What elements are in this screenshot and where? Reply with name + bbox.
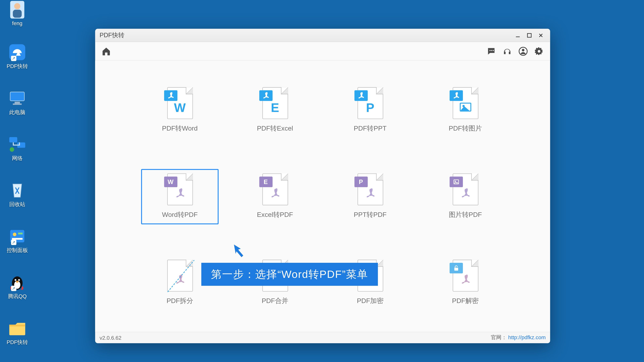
- desktop-icon-label: 腾讯QQ: [1, 293, 34, 300]
- close-button[interactable]: [535, 30, 547, 40]
- pdf-glyph-icon: [270, 188, 280, 199]
- desktop-icon-user[interactable]: feng: [1, 1, 34, 26]
- tool-label: PDF解密: [452, 297, 479, 305]
- desktop-icon-qq[interactable]: ↗ 腾讯QQ: [1, 273, 34, 300]
- content-area: WPDF转WordEPDF转ExcelPPDF转PPTPDF转图片WWord转P…: [95, 61, 550, 332]
- letter-glyph: W: [168, 101, 192, 115]
- minimize-button[interactable]: [512, 30, 524, 40]
- svg-rect-31: [454, 268, 458, 270]
- svg-point-24: [493, 50, 494, 51]
- maximize-button[interactable]: [524, 30, 535, 40]
- site-prefix: 官网：: [491, 334, 507, 341]
- desktop-icon-label: PDF快转: [1, 339, 34, 346]
- desktop-icon-network[interactable]: 网络: [1, 135, 34, 162]
- tool-image-to-pdf[interactable]: 图片转PDF: [427, 169, 504, 224]
- shortcut-badge-icon: ↗: [11, 240, 16, 245]
- this-pc-icon: [8, 89, 27, 107]
- recycle-bin-icon: [8, 181, 27, 199]
- svg-point-12: [13, 233, 16, 236]
- headphones-icon[interactable]: [502, 46, 512, 56]
- pdf-tag-icon: [164, 90, 177, 101]
- network-icon: [8, 135, 27, 153]
- tool-label: Word转PDF: [162, 211, 198, 219]
- tool-pdf-to-excel[interactable]: EPDF转Excel: [236, 83, 314, 138]
- svg-rect-13: [18, 233, 22, 234]
- shortcut-badge-icon: ↗: [11, 56, 16, 61]
- pdf-glyph-icon: [174, 274, 185, 285]
- tool-excel-to-pdf[interactable]: EExcel转PDF: [236, 169, 314, 224]
- file-icon: [452, 173, 478, 205]
- svg-rect-21: [528, 33, 531, 37]
- pdf-tag-icon: [259, 90, 272, 101]
- tool-label: PDF转Word: [162, 124, 198, 133]
- statusbar: v2.0.6.62 官网： http://pdfkz.com: [95, 332, 550, 343]
- tool-pdf-merge[interactable]: ←PDF合并: [236, 255, 314, 311]
- tool-label: PPT转PDF: [354, 211, 387, 219]
- desktop-icon-label: 控制面板: [1, 247, 34, 254]
- file-icon: E: [262, 87, 288, 119]
- tool-label: PDF加密: [357, 297, 384, 305]
- tool-pdf-split[interactable]: PDF拆分: [141, 255, 219, 311]
- tool-label: PDF合并: [262, 297, 288, 305]
- tool-grid: WPDF转WordEPDF转ExcelPPDF转PPTPDF转图片WWord转P…: [141, 83, 504, 310]
- file-icon: [452, 260, 478, 292]
- file-icon: [167, 260, 193, 292]
- shortcut-badge-icon: ↗: [11, 286, 16, 291]
- pdf-glyph-icon: [460, 188, 470, 199]
- svg-point-22: [490, 50, 490, 51]
- desktop-icon-recycle-bin[interactable]: 回收站: [1, 181, 34, 208]
- letter-glyph: P: [358, 101, 383, 115]
- pdf-glyph-icon: [365, 188, 376, 199]
- svg-point-23: [491, 50, 492, 51]
- desktop-icon-label: feng: [1, 20, 34, 26]
- desktop-icon-control-panel[interactable]: ↗ 控制面板: [1, 227, 34, 254]
- window-title: PDF快转: [100, 31, 124, 39]
- tool-pdf-to-ppt[interactable]: PPDF转PPT: [332, 83, 409, 138]
- desktop-icon-label: 网络: [1, 155, 34, 162]
- svg-rect-30: [359, 268, 363, 270]
- user-avatar-icon: [8, 1, 27, 18]
- svg-rect-14: [12, 238, 22, 240]
- app-window: PDF快转: [95, 29, 550, 343]
- file-icon: ←: [262, 260, 288, 292]
- tool-pdf-to-word[interactable]: WPDF转Word: [141, 83, 219, 138]
- titlebar[interactable]: PDF快转: [95, 29, 550, 42]
- desktop-icon-label: 此电脑: [1, 109, 34, 116]
- svg-rect-7: [13, 104, 22, 105]
- tool-pdf-to-image[interactable]: PDF转图片: [427, 83, 504, 138]
- version-label: v2.0.6.62: [100, 335, 122, 341]
- qq-penguin-icon: ↗: [8, 273, 27, 291]
- gear-icon[interactable]: [534, 46, 544, 56]
- file-icon: P: [358, 87, 383, 119]
- pdf-glyph-icon: [270, 274, 280, 285]
- svg-rect-8: [9, 137, 17, 142]
- svg-point-26: [522, 49, 524, 51]
- tool-label: PDF转Excel: [257, 124, 293, 133]
- tool-label: 图片转PDF: [449, 211, 482, 219]
- pdf-tag-icon: [354, 90, 368, 101]
- pdf-app-icon: ↗: [8, 43, 27, 61]
- tool-ppt-to-pdf[interactable]: PPPT转PDF: [332, 169, 409, 224]
- tool-word-to-pdf[interactable]: WWord转PDF: [141, 169, 219, 224]
- user-icon[interactable]: [518, 46, 528, 56]
- desktop-icon-label: PDF快转: [1, 63, 34, 70]
- control-panel-icon: ↗: [8, 227, 27, 245]
- image-glyph-icon: [460, 103, 471, 111]
- folder-icon: [8, 319, 27, 337]
- site-link[interactable]: http://pdfkz.com: [508, 334, 546, 341]
- tool-label: PDF转图片: [449, 124, 482, 133]
- desktop-icon-label: 回收站: [1, 201, 34, 208]
- home-icon[interactable]: [101, 46, 111, 56]
- svg-rect-6: [14, 102, 20, 104]
- tool-pdf-encrypt[interactable]: PDF加密: [332, 255, 409, 311]
- tool-label: PDF转PPT: [354, 124, 387, 133]
- chat-icon[interactable]: [486, 46, 496, 56]
- pdf-glyph-icon: [365, 274, 376, 285]
- file-icon: [452, 87, 478, 119]
- tool-label: Excel转PDF: [257, 211, 293, 219]
- tool-pdf-decrypt[interactable]: PDF解密: [427, 255, 504, 311]
- desktop-icon-pdf-folder[interactable]: PDF快转: [1, 319, 34, 346]
- desktop-icon-pdf-app[interactable]: ↗ PDF快转: [1, 43, 34, 70]
- desktop-icon-this-pc[interactable]: 此电脑: [1, 89, 34, 116]
- svg-rect-2: [13, 10, 22, 18]
